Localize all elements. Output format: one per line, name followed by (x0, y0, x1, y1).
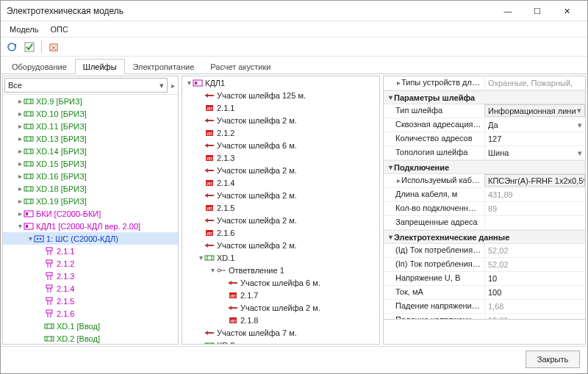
section-caret[interactable]: ▾ (387, 93, 394, 101)
expand-caret[interactable]: ▸ (16, 184, 24, 193)
property-value[interactable]: Да▾ (484, 118, 585, 132)
tree-item[interactable]: 2.1.6 (3, 307, 178, 320)
property-row[interactable]: (Iд) Ток потребления в деж...52,02 (384, 244, 585, 258)
section-caret[interactable]: ▾ (387, 233, 394, 241)
tab-power[interactable]: Электропитание (125, 59, 203, 74)
property-value[interactable]: Шина▾ (484, 146, 585, 159)
expand-caret[interactable]: ▾ (185, 79, 193, 87)
property-row[interactable]: Тип шлейфаИнформационная лини▾ (384, 104, 585, 118)
tree-item[interactable]: ▸XD.14 [БРИЗ] (3, 145, 178, 157)
check-button[interactable] (21, 39, 37, 55)
property-row[interactable]: Кол-во подключенных устр...89 (384, 202, 585, 216)
mid-tree[interactable]: ▾КДЛ1Участок шлейфа 125 м.ип2.1.1Участок… (182, 76, 379, 344)
tree-item[interactable]: ▾XD.2 (182, 339, 379, 344)
tree-item[interactable]: ▾1: ШС (С2000-КДЛ) (3, 232, 178, 245)
filter-select[interactable]: Все ▾ (4, 78, 168, 93)
tree-item[interactable]: ип2.1.8 (182, 314, 379, 326)
property-section-header[interactable]: ▾Параметры шлейфа (384, 90, 585, 104)
property-grid[interactable]: ▸Типы устройств для подклю...Охранные, П… (384, 76, 585, 319)
property-row[interactable]: Падение напряжения в шле...16,81 (384, 314, 585, 319)
expand-all-button[interactable]: ▸ (169, 82, 176, 90)
tree-item[interactable]: 2.1.4 (3, 282, 178, 295)
expand-caret[interactable]: ▾ (16, 222, 24, 230)
property-row[interactable]: Длина кабеля, м431,89 (384, 188, 585, 202)
tree-item[interactable]: Участок шлейфа 2 м. (182, 239, 379, 251)
menu-model[interactable]: Модель (4, 23, 44, 36)
tree-item[interactable]: Участок шлейфа 2 м. (182, 214, 379, 226)
tree-item[interactable]: ▸XD.19 [БРИЗ] (3, 195, 178, 207)
tree-item[interactable]: ▸XD.9 [БРИЗ] (3, 95, 178, 107)
delete-button[interactable] (46, 39, 62, 55)
property-value[interactable]: 16,81 (484, 314, 585, 319)
tree-item[interactable]: ип2.1.5 (182, 201, 379, 214)
left-tree[interactable]: ▸XD.9 [БРИЗ]▸XD.10 [БРИЗ]▸XD.11 [БРИЗ]▸X… (3, 95, 178, 344)
tree-item[interactable]: Участок шлейфа 6 м. (182, 276, 379, 289)
expand-caret[interactable]: ▸ (16, 134, 24, 143)
tree-item[interactable]: ип2.1.3 (182, 151, 379, 164)
expand-caret[interactable]: ▸ (16, 147, 24, 155)
chevron-down-icon[interactable]: ▾ (577, 106, 581, 115)
maximize-button[interactable]: ☐ (523, 1, 552, 21)
property-row[interactable]: Напряжение U, В10 (384, 272, 585, 286)
property-row[interactable]: (Iп) Ток потребления в пож...52,02 (384, 258, 585, 272)
tree-item[interactable]: 2.1.2 (3, 257, 178, 270)
expand-caret[interactable]: ▸ (16, 197, 24, 205)
tree-item[interactable]: Участок шлейфа 2 м. (182, 301, 379, 314)
expand-caret[interactable]: ▸ (16, 109, 24, 118)
tree-item[interactable]: ▸XD.15 [БРИЗ] (3, 157, 178, 170)
property-row[interactable]: ▸Используемый кабель:КПСЭнг(А)-FRHF 1х2х… (384, 174, 585, 188)
tree-item[interactable]: 2.1.3 (3, 270, 178, 282)
tree-item[interactable]: ип2.1.7 (182, 289, 379, 301)
tree-item[interactable]: ип2.1.2 (182, 126, 379, 139)
property-row[interactable]: Падение напряжения в шле...1,68 (384, 300, 585, 314)
property-value[interactable]: КПСЭнг(А)-FRHF 1х2х0,5▾ (484, 174, 585, 187)
property-row[interactable]: Ток, мА100 (384, 286, 585, 300)
property-section-header[interactable]: ▾Подключение (384, 160, 585, 174)
tree-item[interactable]: ип2.1.4 (182, 176, 379, 189)
property-value[interactable]: 89 (484, 202, 585, 215)
property-value[interactable]: 10 (484, 272, 585, 285)
tree-item[interactable]: Участок шлейфа 2 м. (182, 164, 379, 176)
refresh-button[interactable] (4, 39, 20, 55)
tree-item[interactable]: XD.1 [Ввод] (3, 320, 178, 332)
tree-item[interactable]: 2.1.1 (3, 245, 178, 257)
property-value[interactable]: 100 (484, 286, 585, 299)
property-value[interactable]: Охранные, Пожарный, (484, 76, 585, 90)
expand-caret[interactable]: ▸ (16, 159, 24, 168)
property-section-header[interactable]: ▾Электротехнические данные (384, 230, 585, 244)
section-caret[interactable]: ▾ (387, 163, 394, 171)
expand-caret[interactable]: ▾ (197, 253, 204, 262)
expand-caret[interactable]: ▸ (16, 122, 24, 130)
tree-item[interactable]: ▾КДЛ1 (182, 76, 379, 89)
property-value[interactable]: 1,68 (484, 300, 585, 313)
tree-item[interactable]: ▸XD.13 [БРИЗ] (3, 132, 178, 145)
property-row[interactable]: Запрещенные адреса (384, 216, 585, 230)
property-value[interactable]: 431,89 (484, 188, 585, 201)
property-value[interactable]: 52,02 (484, 244, 585, 257)
chevron-down-icon[interactable]: ▾ (583, 176, 585, 185)
expand-caret[interactable]: ▾ (197, 341, 204, 344)
property-row[interactable]: Количество адресов127 (384, 132, 585, 146)
tree-item[interactable]: XD.2 [Ввод] (3, 332, 178, 344)
tree-item[interactable]: ип2.1.1 (182, 101, 379, 114)
tree-item[interactable]: Участок шлейфа 125 м. (182, 89, 379, 101)
property-row[interactable]: ▸Типы устройств для подклю...Охранные, П… (384, 76, 585, 90)
tree-item[interactable]: ▸XD.11 [БРИЗ] (3, 120, 178, 132)
property-value[interactable] (484, 216, 585, 229)
tree-item[interactable]: ▾XD.1 (182, 251, 379, 264)
expand-caret[interactable]: ▸ (16, 209, 24, 217)
tree-item[interactable]: Участок шлейфа 2 м. (182, 114, 379, 126)
menu-ops[interactable]: ОПС (44, 23, 74, 36)
close-button[interactable]: Закрыть (526, 350, 580, 368)
property-row[interactable]: Сквозная адресация всех у...Да▾ (384, 118, 585, 132)
chevron-down-icon[interactable]: ▾ (578, 148, 582, 158)
tree-item[interactable]: ▾Ответвление 1 (182, 264, 379, 276)
property-row[interactable]: Топология шлейфаШина▾ (384, 146, 585, 160)
tree-item[interactable]: Участок шлейфа 7 м. (182, 326, 379, 339)
chevron-down-icon[interactable]: ▾ (578, 121, 582, 130)
tree-item[interactable]: ▾КДЛ1 [С2000-КДЛ вер. 2.00] (3, 220, 178, 232)
tab-acoustics[interactable]: Расчет акустики (202, 59, 279, 74)
tree-item[interactable]: ▸БКИ [С2000-БКИ] (3, 207, 178, 220)
tree-item[interactable]: ип2.1.6 (182, 226, 379, 239)
property-value[interactable]: Информационная лини▾ (484, 104, 585, 117)
